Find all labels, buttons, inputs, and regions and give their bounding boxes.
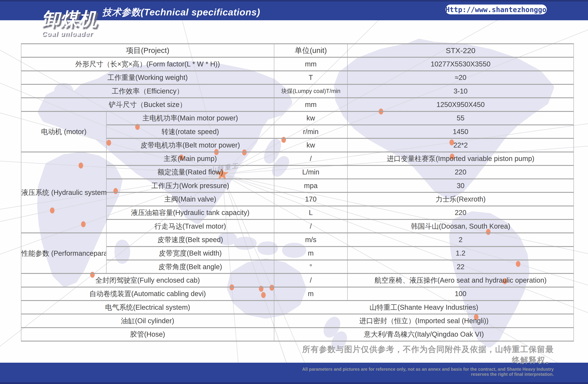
table-header-row: 项目(Project) 单位(unit) STX-220 <box>21 44 574 57</box>
row-value: 22 <box>347 260 574 273</box>
row-label: 转速(rotate speed) <box>106 125 274 138</box>
website-url-badge: Http://www.shantezhonggong.com <box>445 4 547 14</box>
row-unit: m <box>274 287 347 300</box>
row-value: 30 <box>347 179 574 192</box>
spec-sheet-page: 山特重工 卸煤机 Coal unloader 技术参数(Technical sp… <box>0 0 588 384</box>
row-label: 自动卷缆装置(Automatic cabling devi) <box>21 287 274 300</box>
table-row: 工作效率（Efficiency） 块煤(Lumpy coal)T/min 3-1… <box>21 84 574 98</box>
row-label: 皮带速度(Belt speed) <box>106 233 274 247</box>
disclaimer-chinese: 所有参数与图片仅供参考，不作为合同附件及依据，山特重工保留最终解释权。 <box>297 344 554 366</box>
row-unit: / <box>274 220 347 233</box>
row-value: ≈20 <box>347 71 574 84</box>
row-label: 胶管(Hose) <box>21 328 274 341</box>
logo-english: Coal unloader <box>42 30 97 37</box>
row-label: 电气系统(Electrical system) <box>21 300 274 314</box>
disclaimer-english: All parameters and pictures are for refe… <box>297 367 554 377</box>
group-label-motor: 电动机 (motor) <box>21 111 106 152</box>
row-label: 铲斗尺寸（Bucket size） <box>21 98 274 111</box>
row-unit: L <box>274 206 347 219</box>
row-label: 全封闭驾驶室(Fully enclosed cab) <box>21 273 274 287</box>
group-label-hydraulic: 液压系统 (Hydraulic system) <box>21 152 106 233</box>
table-row: 自动卷缆装置(Automatic cabling devi) m 100 <box>21 287 574 300</box>
row-label: 额定流量(Rated flow) <box>106 165 274 179</box>
row-label: 皮带宽度(Belt width) <box>106 247 274 260</box>
table-row: 油缸(Oil cylinder) 进口密封（恒立）(Imported seal … <box>21 314 574 328</box>
col-header-unit: 单位(unit) <box>274 44 347 57</box>
page-title: 技术参数(Technical specifications) <box>102 6 260 19</box>
row-value: 2 <box>347 233 574 247</box>
row-value: 10277X5530X3550 <box>347 57 574 71</box>
spec-table: 项目(Project) 单位(unit) STX-220 外形尺寸（长×宽×高）… <box>21 43 574 341</box>
row-unit: kw <box>274 138 347 152</box>
row-label: 主阀(Main valve) <box>106 192 274 206</box>
row-value: 意大利/青岛橡六(Italy/Qingdao Oak VI) <box>274 328 574 341</box>
row-label: 主泵(Main pump) <box>106 152 274 165</box>
table-row: 胶管(Hose) 意大利/青岛橡六(Italy/Qingdao Oak VI) <box>21 328 574 341</box>
row-unit: ° <box>274 260 347 273</box>
row-value: 韩国斗山(Doosan, South Korea) <box>347 220 574 233</box>
row-value: 力士乐(Rexroth) <box>347 192 574 206</box>
row-unit: mpa <box>274 179 347 192</box>
row-label: 行走马达(Travel motor) <box>106 220 274 233</box>
row-value: 220 <box>347 206 574 219</box>
row-unit: 170 <box>274 192 347 206</box>
row-unit: / <box>274 152 347 165</box>
table-row: 外形尺寸（长×宽×高）(Form factor(L * W * H)) mm 1… <box>21 57 574 71</box>
row-value: 航空座椅、液压操作(Aero seat and hydraulic operat… <box>347 273 574 287</box>
table-row: 铲斗尺寸（Bucket size） mm 1250X950X450 <box>21 98 574 111</box>
table-row: 电气系统(Electrical system) 山特重工(Shante Heav… <box>21 300 574 314</box>
row-value: 100 <box>347 287 574 300</box>
col-header-project: 项目(Project) <box>21 44 274 57</box>
row-label: 液压油箱容量(Hydraulic tank capacity) <box>106 206 274 219</box>
row-value: 55 <box>347 111 574 125</box>
row-label: 皮带电机功率(Belt motor power) <box>106 138 274 152</box>
row-value: 22*2 <box>347 138 574 152</box>
table-row: 工作重量(Working weight) T ≈20 <box>21 71 574 84</box>
disclaimer: 所有参数与图片仅供参考，不作为合同附件及依据，山特重工保留最终解释权。 All … <box>297 344 554 377</box>
row-unit: / <box>274 273 347 287</box>
group-label-performance: 性能参数 (Performanceparameters) <box>21 233 106 273</box>
row-unit: T <box>274 71 347 84</box>
row-label: 工作效率（Efficiency） <box>21 84 274 98</box>
col-header-model: STX-220 <box>347 44 574 57</box>
row-unit: m <box>274 247 347 260</box>
row-unit: mm <box>274 57 347 71</box>
row-unit: r/min <box>274 125 347 138</box>
row-value: 1.2 <box>347 247 574 260</box>
row-unit: kw <box>274 111 347 125</box>
logo-chinese: 卸煤机 <box>42 9 97 28</box>
row-label: 主电机功率(Main motor power) <box>106 111 274 125</box>
row-unit: L/min <box>274 165 347 179</box>
row-label: 皮带角度(Belt angle) <box>106 260 274 273</box>
table-row: 全封闭驾驶室(Fully enclosed cab) / 航空座椅、液压操作(A… <box>21 273 574 287</box>
row-label: 油缸(Oil cylinder) <box>21 314 274 328</box>
row-value: 进口变量柱赛泵(Imported variable piston pump) <box>347 152 574 165</box>
row-unit: mm <box>274 98 347 111</box>
row-label: 外形尺寸（长×宽×高）(Form factor(L * W * H)) <box>21 57 274 71</box>
row-value: 220 <box>347 165 574 179</box>
logo: 卸煤机 Coal unloader <box>42 9 97 37</box>
row-label: 工作重量(Working weight) <box>21 71 274 84</box>
row-label: 工作压力(Work pressure) <box>106 179 274 192</box>
row-unit: m/s <box>274 233 347 247</box>
row-value: 山特重工(Shante Heavy Industries) <box>274 300 574 314</box>
row-value: 3-10 <box>347 84 574 98</box>
table-row: 性能参数 (Performanceparameters) 皮带速度(Belt s… <box>21 233 574 247</box>
table-row: 液压系统 (Hydraulic system) 主泵(Main pump) / … <box>21 152 574 165</box>
table-row: 电动机 (motor) 主电机功率(Main motor power) kw 5… <box>21 111 574 125</box>
row-value: 1450 <box>347 125 574 138</box>
row-value: 进口密封（恒立）(Imported seal (Hengli)) <box>274 314 574 328</box>
row-unit: 块煤(Lumpy coal)T/min <box>274 84 347 98</box>
row-value: 1250X950X450 <box>347 98 574 111</box>
